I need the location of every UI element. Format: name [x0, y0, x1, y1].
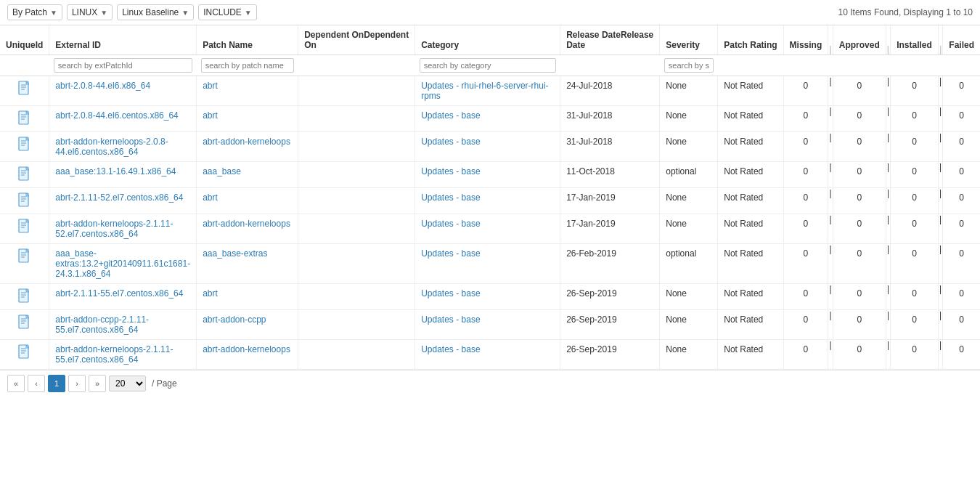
page-prev-btn[interactable]: ‹ — [28, 375, 45, 392]
row-installed: 0 — [891, 340, 939, 370]
row-releasedate: 26-Sep-2019 — [560, 284, 660, 310]
search-failed-cell — [943, 55, 980, 76]
row-icon-cell — [0, 162, 49, 188]
patchname-link[interactable]: abrt — [203, 288, 218, 299]
search-category-input[interactable] — [420, 58, 556, 73]
externalid-link[interactable]: abrt-2.0.8-44.el6.centos.x86_64 — [55, 110, 178, 121]
filter-by-patch[interactable]: By Patch▼ — [7, 4, 62, 20]
patchname-link[interactable]: abrt-addon-ccpp — [203, 314, 266, 325]
row-missing: 0 — [783, 244, 828, 284]
document-icon[interactable] — [18, 192, 31, 207]
search-severity-input[interactable] — [664, 58, 714, 73]
patchname-link[interactable]: abrt-addon-kerneloops — [203, 219, 290, 229]
row-failed: 0 — [943, 284, 980, 310]
externalid-link[interactable]: abrt-addon-ccpp-2.1.11-55.el7.centos.x86… — [55, 314, 149, 335]
row-patchname: abrt-addon-kerneloops — [197, 340, 298, 370]
externalid-link[interactable]: abrt-2.1.11-52.el7.centos.x86_64 — [55, 192, 183, 203]
category-link[interactable]: Updates - base — [421, 219, 480, 229]
document-icon[interactable] — [18, 110, 31, 125]
row-externalid: abrt-2.1.11-52.el7.centos.x86_64 — [49, 188, 197, 214]
row-patchrating: Not Rated — [718, 162, 783, 188]
filter-include[interactable]: INCLUDE▼ — [198, 4, 257, 20]
row-patchname: abrt-addon-ccpp — [197, 310, 298, 340]
th-releasedate: Release DateReleaseDate — [560, 25, 660, 55]
row-severity: None — [660, 76, 718, 106]
th-dependenton: Dependent OnDependentOn — [298, 25, 415, 55]
row-severity: None — [660, 214, 718, 244]
externalid-link[interactable]: abrt-2.1.11-55.el7.centos.x86_64 — [55, 288, 183, 299]
page-last-btn[interactable]: » — [89, 375, 106, 392]
patchname-link[interactable]: abrt-addon-kerneloops — [203, 344, 290, 354]
patches-table: UniqueId External ID Patch Name Dependen… — [0, 25, 980, 370]
externalid-link[interactable]: aaa_base-extras:13.2+git20140911.61c1681… — [55, 248, 190, 279]
page-next-btn[interactable]: › — [68, 375, 86, 392]
row-externalid: abrt-2.0.8-44.el6.x86_64 — [49, 76, 197, 106]
row-externalid: aaa_base:13.1-16.49.1.x86_64 — [49, 162, 197, 188]
row-releasedate: 26-Sep-2019 — [560, 340, 660, 370]
patchname-link[interactable]: aaa_base-extras — [203, 248, 267, 259]
row-dependenton — [298, 162, 415, 188]
filter-linux-baseline[interactable]: Linux Baseline▼ — [117, 4, 194, 20]
search-externalid-cell — [49, 55, 197, 76]
row-releasedate: 26-Sep-2019 — [560, 310, 660, 340]
row-installed: 0 — [891, 106, 939, 132]
row-approved: 0 — [833, 340, 886, 370]
document-icon[interactable] — [18, 219, 31, 233]
category-link[interactable]: Updates - base — [421, 248, 480, 259]
patchname-link[interactable]: abrt — [203, 110, 218, 121]
category-link[interactable]: Updates - base — [421, 288, 480, 299]
filter-linux[interactable]: LINUX▼ — [67, 4, 113, 20]
dropdown-arrow-icon: ▼ — [245, 9, 252, 17]
document-icon[interactable] — [18, 288, 31, 303]
externalid-link[interactable]: aaa_base:13.1-16.49.1.x86_64 — [55, 166, 176, 176]
search-patchrating-cell — [718, 55, 783, 76]
row-failed: 0 — [943, 340, 980, 370]
category-link[interactable]: Updates - base — [421, 192, 480, 203]
search-externalid-input[interactable] — [54, 58, 192, 73]
document-icon[interactable] — [18, 81, 31, 95]
patchname-link[interactable]: abrt-addon-kerneloops — [203, 137, 290, 147]
row-category: Updates - base — [415, 188, 560, 214]
document-icon[interactable] — [18, 344, 31, 359]
category-link[interactable]: Updates - base — [421, 314, 480, 325]
search-severity-cell — [660, 55, 718, 76]
search-uniqueid-cell — [0, 55, 49, 76]
row-failed: 0 — [943, 244, 980, 284]
externalid-link[interactable]: abrt-2.0.8-44.el6.x86_64 — [55, 81, 150, 91]
row-patchrating: Not Rated — [718, 284, 783, 310]
category-link[interactable]: Updates - base — [421, 137, 480, 147]
th-uniqueid: UniqueId — [0, 25, 49, 55]
document-icon[interactable] — [18, 314, 31, 329]
category-link[interactable]: Updates - base — [421, 110, 480, 121]
document-icon[interactable] — [18, 137, 31, 151]
page-current-btn[interactable]: 1 — [48, 375, 65, 392]
category-link[interactable]: Updates - rhui-rhel-6-server-rhui-rpms — [421, 81, 548, 101]
row-installed: 0 — [891, 284, 939, 310]
dropdown-arrow-icon: ▼ — [100, 9, 107, 17]
page-first-btn[interactable]: « — [7, 375, 25, 392]
externalid-link[interactable]: abrt-addon-kerneloops-2.1.11-55.el7.cent… — [55, 344, 173, 365]
patchname-link[interactable]: aaa_base — [203, 166, 241, 176]
category-link[interactable]: Updates - base — [421, 344, 480, 354]
category-link[interactable]: Updates - base — [421, 166, 480, 176]
row-installed: 0 — [891, 310, 939, 340]
externalid-link[interactable]: abrt-addon-kerneloops-2.0.8-44.el6.cento… — [55, 137, 168, 157]
row-patchrating: Not Rated — [718, 76, 783, 106]
row-failed: 0 — [943, 214, 980, 244]
document-icon[interactable] — [18, 166, 31, 181]
externalid-link[interactable]: abrt-addon-kerneloops-2.1.11-52.el7.cent… — [55, 219, 173, 239]
row-releasedate: 31-Jul-2018 — [560, 132, 660, 162]
patchname-link[interactable]: abrt — [203, 192, 218, 203]
row-severity: optional — [660, 244, 718, 284]
row-failed: 0 — [943, 132, 980, 162]
search-patchname-input[interactable] — [201, 58, 294, 73]
table-container: UniqueId External ID Patch Name Dependen… — [0, 25, 980, 370]
document-icon[interactable] — [18, 248, 31, 263]
row-releasedate: 17-Jan-2019 — [560, 214, 660, 244]
page-size-select[interactable]: 102050100 — [109, 376, 146, 391]
row-approved: 0 — [833, 284, 886, 310]
row-patchname: aaa_base — [197, 162, 298, 188]
patchname-link[interactable]: abrt — [203, 81, 218, 91]
row-patchname: abrt-addon-kerneloops — [197, 132, 298, 162]
search-installed-cell — [891, 55, 939, 76]
